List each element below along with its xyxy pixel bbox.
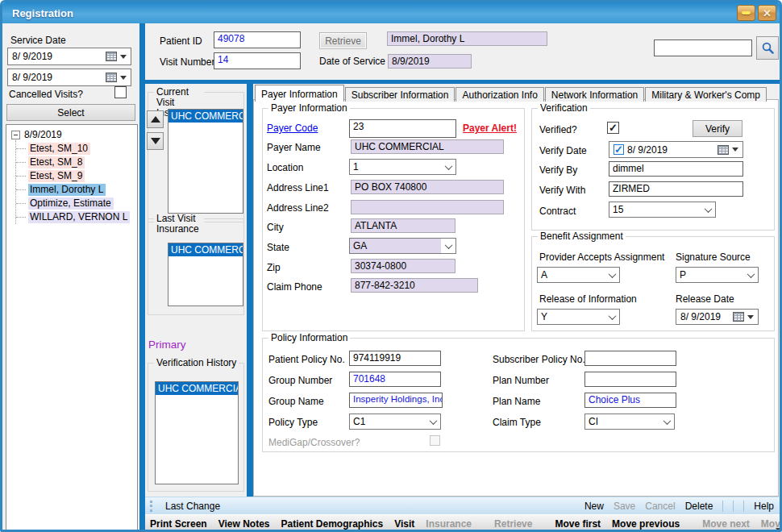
medigap-crossover-label: MediGap/Crossover?: [268, 437, 360, 448]
move-insurance-up-button[interactable]: [147, 110, 164, 128]
visit-tree[interactable]: 8/9/2019 Etest, SM_10 Etest, SM_8 Etest,…: [6, 124, 138, 531]
release-of-information-label: Release of Information: [539, 293, 637, 305]
list-item[interactable]: UHC COMMERCIAL: [168, 110, 243, 123]
tree-item-patient[interactable]: Etest, SM_10: [16, 142, 135, 156]
retrieve-toolbar-button[interactable]: Retrieve: [494, 518, 532, 530]
tab-authorization-info[interactable]: Authorization Info: [455, 87, 543, 102]
state-select[interactable]: GA: [349, 238, 456, 254]
search-button[interactable]: [756, 36, 779, 60]
tree-connector: [16, 162, 26, 163]
patient-id-label: Patient ID: [160, 35, 202, 47]
toolbar-overflow-icon[interactable]: [776, 528, 780, 531]
select-button[interactable]: Select: [6, 104, 135, 121]
payer-name-field: UHC COMMERCIAL: [351, 139, 504, 154]
signature-source-select[interactable]: P: [676, 267, 759, 283]
claim-phone-label: Claim Phone: [267, 281, 322, 293]
current-visit-insurance-list[interactable]: UHC COMMERCIAL: [168, 109, 243, 214]
cancel-button[interactable]: Cancel: [645, 501, 675, 512]
toolbar-grip[interactable]: [150, 501, 152, 512]
patient-id-input[interactable]: 49078: [214, 31, 301, 48]
provider-accepts-assignment-select[interactable]: A: [537, 267, 620, 283]
move-previous-button[interactable]: Move previous: [612, 518, 680, 530]
release-date-picker[interactable]: 8/ 9/2019: [676, 309, 759, 325]
service-date-end-picker[interactable]: 8/ 9/2019: [7, 69, 131, 86]
new-button[interactable]: New: [584, 501, 604, 512]
claim-type-select[interactable]: CI: [584, 414, 675, 430]
retrieve-button[interactable]: Retrieve: [319, 32, 367, 49]
policy-type-select[interactable]: C1: [349, 414, 441, 430]
plan-name-input[interactable]: Choice Plus: [584, 393, 676, 408]
view-notes-button[interactable]: View Notes: [218, 518, 270, 530]
tree-root-label[interactable]: 8/9/2019: [24, 129, 62, 140]
list-item[interactable]: UHC COMMERCIAL: [168, 243, 243, 256]
tab-military-workers-comp[interactable]: Military & Worker's Comp: [645, 87, 767, 102]
payer-code-link[interactable]: Payer Code: [267, 123, 318, 134]
patient-policy-no-input[interactable]: 974119919: [349, 351, 441, 366]
insurance-button[interactable]: Insurance: [426, 518, 472, 530]
separator: [743, 501, 744, 512]
verify-date-picker[interactable]: 8/ 9/2019: [609, 141, 743, 158]
help-button[interactable]: Help: [754, 501, 774, 512]
tab-network-information[interactable]: Network Information: [545, 87, 644, 102]
minimize-button[interactable]: [737, 5, 755, 21]
tree-item-patient-selected[interactable]: Immel, Dorothy L: [16, 183, 135, 197]
move-insurance-down-button[interactable]: [147, 132, 164, 150]
tree-item-patient[interactable]: Etest, SM_9: [16, 169, 135, 183]
plan-number-input[interactable]: [584, 372, 676, 387]
address-line1-field: PO BOX 740800: [351, 180, 504, 194]
medigap-crossover-checkbox: [430, 435, 440, 446]
tree-item-patient[interactable]: Etest, SM_8: [16, 156, 135, 169]
patient-demographics-button[interactable]: Patient Demographics: [281, 518, 384, 530]
move-first-button[interactable]: Move first: [555, 518, 601, 530]
cancelled-visits-checkbox[interactable]: [114, 86, 127, 98]
service-date-start-picker[interactable]: 8/ 9/2019: [7, 48, 131, 65]
visit-number-label: Visit Number: [160, 56, 214, 68]
visit-button[interactable]: Visit: [394, 518, 414, 530]
subscriber-policy-no-input[interactable]: [584, 351, 676, 366]
save-button[interactable]: Save: [614, 501, 635, 512]
location-select[interactable]: 1: [349, 159, 456, 175]
verify-date-checkbox[interactable]: [614, 144, 624, 155]
release-date-label: Release Date: [676, 293, 734, 305]
group-name-label: Group Name: [268, 396, 324, 407]
verified-label: Verified?: [539, 124, 577, 135]
payer-alert-link[interactable]: Payer Alert!: [463, 123, 517, 134]
tree-item-patient[interactable]: Optimize, Estimate: [16, 197, 135, 210]
move-next-button[interactable]: Move next: [702, 518, 750, 530]
payer-code-input[interactable]: 23: [349, 119, 456, 138]
cancelled-visits-label: Cancelled Visits?: [9, 89, 83, 100]
search-input[interactable]: [654, 39, 752, 56]
date-of-service-label: Date of Service: [319, 56, 385, 67]
release-of-information-select[interactable]: Y: [537, 309, 620, 325]
tab-subscriber-information[interactable]: Subscriber Information: [345, 87, 455, 102]
dropdown-arrow-icon: [747, 315, 754, 319]
last-visit-insurance-list[interactable]: UHC COMMERCIAL: [168, 243, 243, 306]
verify-by-input[interactable]: dimmel: [609, 161, 743, 177]
payer-name-label: Payer Name: [267, 142, 321, 153]
search-icon: [761, 41, 775, 55]
contract-select[interactable]: 15: [609, 202, 716, 218]
tab-payer-information[interactable]: Payer Information: [255, 85, 344, 102]
verification-history-list[interactable]: UHC COMMERCIAL: [155, 381, 239, 484]
visit-number-input[interactable]: 14: [214, 52, 301, 69]
print-screen-button[interactable]: Print Screen: [150, 518, 207, 530]
group-number-input[interactable]: 701648: [349, 372, 441, 387]
verified-checkbox[interactable]: [607, 122, 619, 134]
tree-item-patient[interactable]: WILLARD, VERNON L: [16, 210, 135, 224]
patient-policy-no-label: Patient Policy No.: [268, 354, 345, 365]
verify-date-label: Verify Date: [539, 145, 587, 156]
zip-label: Zip: [267, 262, 281, 273]
city-field: ATLANTA: [351, 218, 455, 233]
close-button[interactable]: ✕: [758, 5, 776, 21]
tree-connector: [16, 203, 26, 204]
claim-type-label: Claim Type: [493, 417, 541, 428]
delete-button[interactable]: Delete: [685, 501, 713, 512]
verify-button[interactable]: Verify: [693, 120, 742, 137]
tree-collapse-icon[interactable]: [11, 131, 20, 139]
title-bar[interactable]: Registration ✕: [2, 2, 780, 23]
tree-root[interactable]: 8/9/2019: [11, 129, 135, 140]
verify-with-input[interactable]: ZIRMED: [609, 181, 743, 197]
plan-name-label: Plan Name: [493, 396, 540, 407]
group-name-input[interactable]: Insperity Holdings, Inc: [349, 393, 443, 408]
list-item[interactable]: UHC COMMERCIAL: [156, 382, 238, 395]
